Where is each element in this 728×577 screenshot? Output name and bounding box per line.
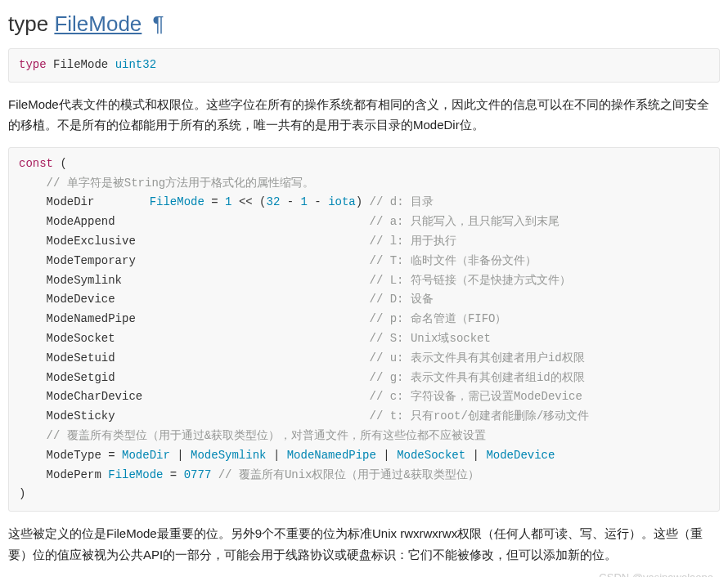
type-heading: type FileMode ¶ (8, 11, 720, 37)
description-paragraph-1: FileMode代表文件的模式和权限位。这些字位在所有的操作系统都有相同的含义，… (8, 94, 720, 136)
const-block-code: const ( // 单字符是被String方法用于格式化的属性缩写。 Mode… (8, 147, 720, 512)
description-paragraph-2: 这些被定义的位是FileMode最重要的位。另外9个不重要的位为标准Unix r… (8, 523, 720, 565)
type-name-link[interactable]: FileMode (54, 11, 142, 36)
type-declaration-code: type FileMode uint32 (8, 48, 720, 83)
type-keyword: type (8, 11, 48, 36)
watermark-text: CSDN @yasinawolaopo (8, 571, 713, 577)
permalink-icon[interactable]: ¶ (153, 11, 164, 36)
